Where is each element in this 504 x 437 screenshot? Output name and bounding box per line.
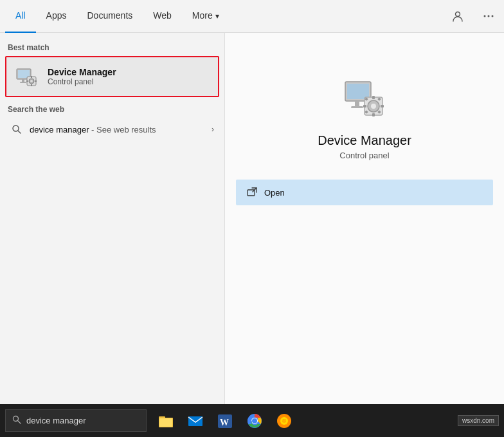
taskbar-search-text: device manager [26, 416, 86, 425]
svg-point-44 [252, 418, 257, 423]
person-icon [452, 10, 464, 22]
taskbar-search-icon [12, 415, 21, 426]
person-icon-button[interactable] [447, 6, 468, 26]
right-panel-title: Device Manager [318, 133, 411, 148]
taskbar-mail[interactable] [181, 407, 210, 435]
nav-right [447, 6, 499, 26]
ellipsis-icon [483, 10, 494, 22]
taskbar-apps: W [152, 407, 298, 435]
svg-rect-11 [26, 80, 28, 82]
web-search-arrow-icon: › [212, 125, 214, 134]
app5-icon [276, 413, 292, 429]
main-content: Best match [0, 33, 504, 404]
chevron-down-icon [215, 10, 219, 21]
svg-rect-25 [381, 105, 384, 107]
svg-rect-39 [188, 416, 203, 426]
best-match-label: Best match [0, 41, 224, 56]
svg-text:W: W [220, 418, 229, 427]
svg-rect-6 [22, 79, 24, 82]
svg-line-16 [18, 131, 21, 133]
taskbar-right: wsxdn.com [458, 415, 504, 426]
taskbar-search-box[interactable]: device manager [5, 409, 147, 432]
svg-rect-10 [31, 84, 32, 86]
svg-point-0 [456, 12, 460, 17]
word-icon: W [217, 413, 233, 429]
web-search-section: Search the web device manager - See web … [0, 97, 224, 144]
tab-more[interactable]: More [182, 0, 230, 33]
web-search-query-text: device manager - See web results [30, 125, 156, 135]
best-match-item[interactable]: Device Manager Control panel [5, 56, 219, 97]
file-explorer-icon [158, 413, 174, 429]
svg-point-3 [492, 15, 494, 17]
chrome-icon [246, 413, 263, 429]
tab-apps[interactable]: Apps [36, 0, 77, 33]
taskbar-chrome[interactable] [240, 407, 269, 435]
wsxdn-badge: wsxdn.com [458, 415, 499, 426]
best-match-subtitle: Control panel [48, 77, 116, 86]
open-button[interactable]: Open [236, 180, 493, 205]
svg-rect-38 [159, 418, 172, 427]
svg-line-35 [18, 421, 21, 424]
svg-point-14 [30, 80, 33, 82]
web-search-label: Search the web [8, 105, 217, 114]
top-nav: All Apps Documents Web More [0, 0, 504, 33]
svg-rect-7 [20, 82, 26, 83]
device-manager-icon-small [14, 64, 40, 89]
best-match-title: Device Manager [48, 67, 116, 77]
open-label: Open [264, 188, 285, 198]
svg-point-1 [484, 15, 486, 17]
web-search-item[interactable]: device manager - See web results › [8, 118, 217, 141]
taskbar: device manager W [0, 404, 504, 437]
search-icon [10, 123, 23, 136]
svg-point-31 [371, 104, 376, 109]
left-panel: Best match [0, 33, 225, 404]
more-options-button[interactable] [478, 6, 499, 26]
svg-rect-22 [372, 96, 375, 99]
right-panel: Device Manager Control panel Open [225, 33, 504, 404]
tab-web[interactable]: Web [143, 0, 182, 33]
best-match-text: Device Manager Control panel [48, 67, 116, 86]
svg-rect-20 [351, 106, 363, 108]
svg-point-2 [488, 15, 490, 17]
right-panel-subtitle: Control panel [339, 151, 389, 160]
svg-rect-23 [372, 113, 375, 116]
svg-rect-24 [363, 105, 366, 107]
svg-rect-12 [35, 80, 37, 82]
tab-all[interactable]: All [5, 0, 36, 33]
open-icon [246, 187, 258, 198]
taskbar-word[interactable]: W [211, 407, 239, 435]
svg-rect-9 [31, 76, 32, 78]
device-manager-icon-large [339, 71, 390, 123]
taskbar-app5[interactable] [270, 407, 298, 435]
svg-rect-19 [355, 101, 359, 106]
taskbar-file-explorer[interactable] [152, 407, 180, 435]
mail-icon [187, 413, 204, 429]
tab-documents[interactable]: Documents [76, 0, 143, 33]
